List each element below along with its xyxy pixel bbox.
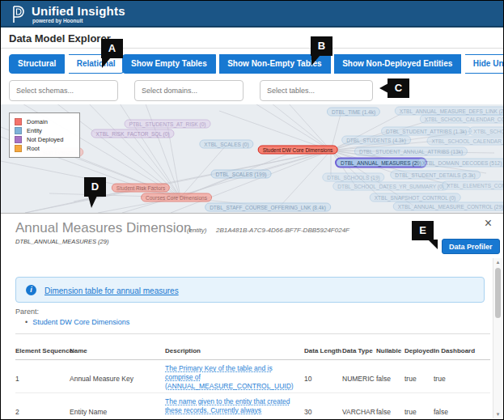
graph-node[interactable]: XTBL_SCALES (0) — [199, 140, 253, 149]
col-header-data-length: Data Length — [304, 347, 341, 354]
graph-node[interactable]: XTBL_ELEMENTS_CONTR — [442, 181, 504, 190]
scroll-up-icon[interactable]: ▴ — [493, 259, 502, 265]
info-alert: i Dimension table for annual measures — [15, 277, 485, 303]
row-divider — [15, 392, 490, 393]
annotation-e-label: E — [419, 224, 426, 236]
legend-item: Not Deployed — [15, 136, 74, 143]
col-header-description: Description — [165, 347, 201, 354]
app-logo — [11, 5, 27, 28]
page-title-bar: Data Model Explorer — [1, 28, 503, 49]
annotation-d: D — [84, 177, 106, 197]
divider — [15, 333, 490, 334]
graph-node[interactable]: XTBL_ANNUAL_MEASURE_CONTROL (29) — [393, 202, 504, 211]
annotation-c-label: C — [395, 82, 402, 94]
show-empty-tables-button[interactable]: Show Empty Tables — [122, 54, 216, 74]
cell-data-length: 10 — [304, 375, 311, 383]
entity-table-name: DTBL_ANNUAL_MEASURES (29) — [15, 238, 108, 245]
parent-label: Parent: — [15, 308, 39, 316]
app-subtitle: powered by Hoonuit — [32, 18, 83, 23]
legend-item: Domain — [15, 118, 74, 125]
annotation-c: C — [388, 78, 409, 98]
graph-node[interactable]: XTBL_SCHOOL_CALENDAR_CONT — [420, 115, 504, 124]
panel-title: Annual Measures Dimension — [15, 220, 191, 236]
legend-item: Entity — [15, 127, 74, 134]
cell-in-dashboard: true — [434, 375, 446, 383]
legend-swatch — [15, 118, 22, 125]
col-header-in-dashboard: In Dashboard — [434, 347, 475, 354]
app-title: Unified Insights — [32, 4, 125, 18]
graph-node[interactable]: DTBL_ANNUAL_MEASURES (29) — [335, 158, 427, 168]
legend-label: Root — [27, 145, 40, 152]
graph-node[interactable]: XTBL_RISK_FACTOR_SQL (0) — [91, 129, 174, 138]
entity-uuid: 2B1A481B-A7C9-4D66-BF7F-DBB5924F024F — [216, 227, 349, 234]
graph-node[interactable]: XTBL_DOMAIN_DECODES (512) — [417, 159, 504, 168]
cell-name: Entity Name — [70, 408, 107, 416]
graph-node[interactable]: DTBL_STUDENT_DETAILS (5.3k) — [390, 171, 481, 180]
col-header-data-type: Data Type — [342, 347, 373, 354]
hide-unused-entities-button[interactable]: Hide Unused Entities — [465, 54, 504, 74]
scroll-down-icon[interactable]: ▾ — [493, 411, 502, 418]
graph-node[interactable]: Student Risk Factors — [112, 184, 170, 193]
cell-description-link[interactable]: The Primary Key of the table and is comp… — [165, 364, 301, 391]
col-header-element-sequence: Element Sequence — [15, 347, 73, 354]
table-header-divider — [15, 359, 490, 360]
entity-type-label: (entity) — [187, 227, 206, 234]
col-header-nullable: Nullable — [376, 347, 401, 354]
cell-deployed: true — [404, 375, 417, 383]
cell-deployed: true — [404, 408, 417, 416]
data-profiler-button[interactable]: Data Profiler — [442, 239, 500, 254]
graph-node[interactable]: DTBL_STUDENT_ATTRIBS (1.3k) — [381, 127, 472, 136]
cell-name: Annual Measure Key — [70, 375, 133, 383]
cell-nullable: false — [376, 408, 391, 416]
graph-node[interactable]: Courses Core Dimensions — [141, 193, 212, 202]
legend-label: Domain — [27, 118, 48, 125]
graph-node[interactable]: DTBL_SCHOOL_DATES_YR_SUMMARY (0) — [332, 182, 448, 191]
graph-node[interactable]: DTBL_STUDENTS (4.3k) — [341, 136, 411, 145]
cell-data-type: VARCHAR — [342, 408, 375, 416]
annotation-a-label: A — [108, 42, 116, 54]
annotation-d-label: D — [91, 180, 99, 193]
annotation-b: B — [311, 36, 332, 56]
graph-node[interactable]: XTBL_SNAPSHOT_CONTROL (0) — [370, 193, 461, 202]
cell-data-length: 30 — [304, 408, 311, 416]
app-window: Unified Insights powered by Hoonuit Data… — [0, 0, 504, 420]
graph-node[interactable]: PTBL_STUDENTS_AT_RISK (0) — [125, 120, 211, 129]
app-header: Unified Insights powered by Hoonuit — [1, 1, 503, 28]
info-icon: i — [26, 285, 36, 295]
legend-label: Entity — [27, 127, 42, 134]
graph-node[interactable]: DTBL_TIME (1.4k) — [327, 108, 380, 117]
col-header-name: Name — [70, 347, 87, 354]
graph-node[interactable]: DTBL_STAFF_COURSE_OFFERING_LNK (8.4k) — [205, 203, 331, 212]
legend-swatch — [15, 127, 22, 134]
legend-label: Not Deployed — [27, 136, 63, 143]
annotation-e: E — [412, 221, 434, 240]
parent-link[interactable]: Student DW Core Dimensions — [32, 318, 129, 326]
graph-node[interactable]: DTBL_SCHOOLS (19) — [322, 173, 384, 182]
parent-list-item: •Student DW Core Dimensions — [25, 318, 129, 326]
description-link[interactable]: Dimension table for annual measures — [44, 286, 179, 295]
cell-in-dashboard: false — [434, 408, 448, 416]
cell-element-sequence: 1 — [15, 375, 19, 383]
graph-legend: DomainEntityNot DeployedRoot — [9, 112, 80, 158]
select-schemas-input[interactable] — [9, 80, 118, 101]
graph-node[interactable]: DTBL_SCALES (199) — [211, 170, 272, 179]
graph-node[interactable]: Student DW Core Dimensions — [258, 146, 338, 155]
data-model-graph[interactable]: Staff EvaluationPTBL_STUDENTS_AT_RISK (0… — [1, 104, 504, 213]
page-title: Data Model Explorer — [9, 32, 111, 45]
graph-node[interactable]: XTBL_SCHOOL_CALENDAR_DET — [427, 137, 504, 146]
cell-element-sequence: 2 — [15, 408, 19, 416]
select-domains-input[interactable] — [134, 80, 244, 101]
panel-scrollbar[interactable]: ▴ ▾ — [493, 258, 502, 418]
scrollbar-thumb[interactable] — [495, 268, 501, 318]
structural-button[interactable]: Structural — [9, 54, 65, 74]
select-tables-input[interactable] — [260, 80, 373, 101]
close-icon[interactable]: × — [485, 216, 492, 231]
cell-description-link[interactable]: The name given to the entity that create… — [165, 397, 301, 415]
legend-item: Root — [15, 145, 74, 152]
legend-swatch — [15, 136, 22, 143]
graph-node[interactable]: DTBL_STUDENT_ANNUAL_ATTRIBS (13k) — [354, 147, 468, 156]
col-header-deployed: Deployed — [404, 347, 434, 354]
annotation-a: A — [101, 39, 123, 58]
graph-node[interactable]: XTBL_SCHOOL — [468, 127, 504, 136]
show-non-deployed-entities-button[interactable]: Show Non-Deployed Entities — [334, 54, 461, 74]
